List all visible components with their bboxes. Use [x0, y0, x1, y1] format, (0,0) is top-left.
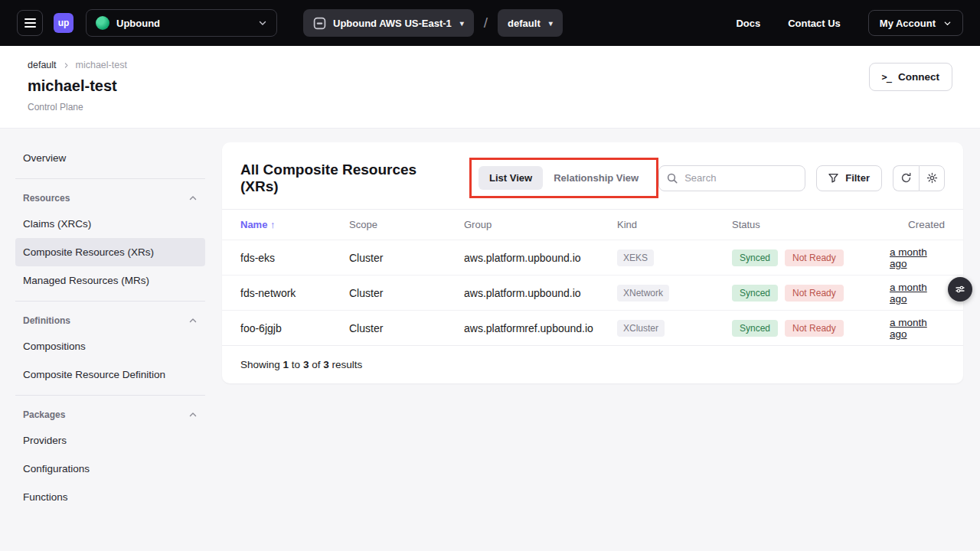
sidebar-item-providers[interactable]: Providers — [15, 426, 205, 455]
table-row[interactable]: fds-network Cluster aws.platform.upbound… — [222, 275, 963, 310]
control-plane-icon — [313, 17, 326, 30]
menu-button[interactable] — [17, 10, 43, 36]
page-subtitle: Control Plane — [28, 102, 952, 112]
table-actions — [893, 165, 945, 191]
divider — [15, 301, 205, 302]
settings-button[interactable] — [919, 165, 945, 191]
globe-icon — [96, 16, 109, 30]
created-link[interactable]: a month ago — [890, 246, 927, 269]
search-box — [658, 165, 805, 191]
org-switcher-dropdown[interactable]: Upbound — [86, 9, 277, 37]
panel-title: All Composite Resources (XRs) — [240, 161, 443, 195]
column-header-created[interactable]: Created — [908, 219, 945, 230]
divider — [15, 178, 205, 179]
connect-button[interactable]: >_ Connect — [869, 63, 952, 91]
sidebar-item-compositions[interactable]: Compositions — [15, 332, 205, 360]
annotation-highlight-box: List View Relationship View — [469, 158, 658, 198]
table-row[interactable]: foo-6jgjb Cluster aws.platformref.upboun… — [222, 310, 963, 345]
kind-badge: XNetwork — [617, 285, 669, 302]
cell-kind: XNetwork — [617, 285, 732, 302]
breadcrumb-parent[interactable]: default — [28, 60, 57, 70]
org-name: Upbound — [116, 18, 160, 29]
column-header-kind[interactable]: Kind — [617, 219, 732, 230]
terminal-icon: >_ — [882, 72, 891, 83]
cell-status: Synced Not Ready — [732, 285, 890, 302]
table-header-row: Name ↑ Scope Group Kind Status Created — [222, 209, 963, 240]
contact-us-link[interactable]: Contact Us — [788, 18, 841, 29]
cell-scope: Cluster — [349, 252, 464, 264]
top-bar: up Upbound Upbound AWS US-East-1 ▾ / def… — [0, 0, 980, 46]
control-plane-name: Upbound AWS US-East-1 — [333, 18, 452, 29]
kind-badge: XCluster — [617, 320, 665, 337]
page-title: michael-test — [28, 77, 952, 95]
breadcrumb-separator-icon — [63, 62, 70, 69]
not-ready-badge: Not Ready — [785, 285, 844, 302]
cell-scope: Cluster — [349, 287, 464, 299]
column-header-name[interactable]: Name ↑ — [240, 219, 349, 230]
cell-status: Synced Not Ready — [732, 320, 890, 337]
chevron-up-icon — [188, 410, 198, 419]
cell-created: a month ago — [890, 246, 945, 269]
panel-toolbar: All Composite Resources (XRs) List View … — [222, 142, 963, 209]
sidebar-item-composite-resources[interactable]: Composite Resources (XRs) — [15, 238, 205, 266]
cell-group: aws.platformref.upbound.io — [464, 322, 617, 334]
triangle-down-icon: ▾ — [549, 19, 553, 28]
namespace-name: default — [508, 18, 541, 29]
page-header: default michael-test michael-test Contro… — [0, 46, 980, 129]
sliders-icon — [955, 284, 965, 295]
cell-group: aws.platform.upbound.io — [464, 287, 617, 299]
column-header-status[interactable]: Status — [732, 219, 890, 230]
column-header-group[interactable]: Group — [464, 219, 617, 230]
results-summary: Showing 1 to 3 of 3 results — [222, 345, 963, 383]
my-account-button[interactable]: My Account — [868, 10, 963, 36]
table-row[interactable]: fds-eks Cluster aws.platform.upbound.io … — [222, 240, 963, 275]
cell-created: a month ago — [890, 317, 945, 340]
sidebar-item-claims[interactable]: Claims (XRCs) — [15, 210, 205, 238]
settings-icon — [926, 172, 938, 184]
chevron-up-icon — [188, 316, 198, 325]
chevron-up-icon — [188, 194, 198, 203]
not-ready-badge: Not Ready — [785, 320, 844, 337]
search-input[interactable] — [658, 165, 805, 191]
sidebar-item-configurations[interactable]: Configurations — [15, 455, 205, 483]
filter-icon — [828, 173, 838, 183]
sort-up-icon: ↑ — [270, 219, 276, 230]
upbound-logo: up — [54, 13, 74, 33]
created-link[interactable]: a month ago — [890, 282, 927, 305]
synced-badge: Synced — [732, 285, 778, 302]
cell-created: a month ago — [890, 282, 945, 305]
synced-badge: Synced — [732, 320, 778, 337]
cell-name[interactable]: foo-6jgjb — [240, 322, 349, 334]
sidebar-item-overview[interactable]: Overview — [15, 144, 205, 172]
cell-group: aws.platform.upbound.io — [464, 252, 617, 264]
created-link[interactable]: a month ago — [890, 317, 927, 340]
chevron-down-icon — [943, 19, 952, 28]
docs-link[interactable]: Docs — [736, 18, 760, 29]
sidebar-section-definitions[interactable]: Definitions — [15, 308, 205, 332]
namespace-switcher-dropdown[interactable]: default ▾ — [498, 9, 563, 37]
sidebar-section-packages[interactable]: Packages — [15, 402, 205, 426]
sidebar: Overview Resources Claims (XRCs) Composi… — [15, 144, 205, 511]
menu-icon — [24, 18, 36, 20]
cell-name[interactable]: fds-eks — [240, 252, 349, 264]
composite-resources-panel: All Composite Resources (XRs) List View … — [222, 142, 963, 383]
kind-badge: XEKS — [617, 249, 654, 266]
view-toggle: List View Relationship View — [479, 166, 649, 190]
relationship-view-tab[interactable]: Relationship View — [543, 166, 649, 190]
cell-status: Synced Not Ready — [732, 249, 890, 266]
filter-button[interactable]: Filter — [816, 165, 882, 191]
top-nav: Docs Contact Us My Account — [736, 10, 963, 36]
chevron-down-icon — [258, 18, 267, 28]
refresh-button[interactable] — [893, 165, 919, 191]
sidebar-item-managed-resources[interactable]: Managed Resources (MRs) — [15, 266, 205, 295]
list-view-tab[interactable]: List View — [479, 166, 543, 190]
breadcrumb-current: michael-test — [76, 60, 127, 70]
column-header-scope[interactable]: Scope — [349, 219, 464, 230]
sidebar-item-xrd[interactable]: Composite Resource Definition — [15, 360, 205, 389]
not-ready-badge: Not Ready — [785, 249, 844, 266]
cell-name[interactable]: fds-network — [240, 287, 349, 299]
control-plane-switcher-dropdown[interactable]: Upbound AWS US-East-1 ▾ — [303, 9, 474, 37]
sidebar-item-functions[interactable]: Functions — [15, 483, 205, 511]
floating-widget-button[interactable] — [948, 277, 972, 302]
sidebar-section-resources[interactable]: Resources — [15, 185, 205, 210]
